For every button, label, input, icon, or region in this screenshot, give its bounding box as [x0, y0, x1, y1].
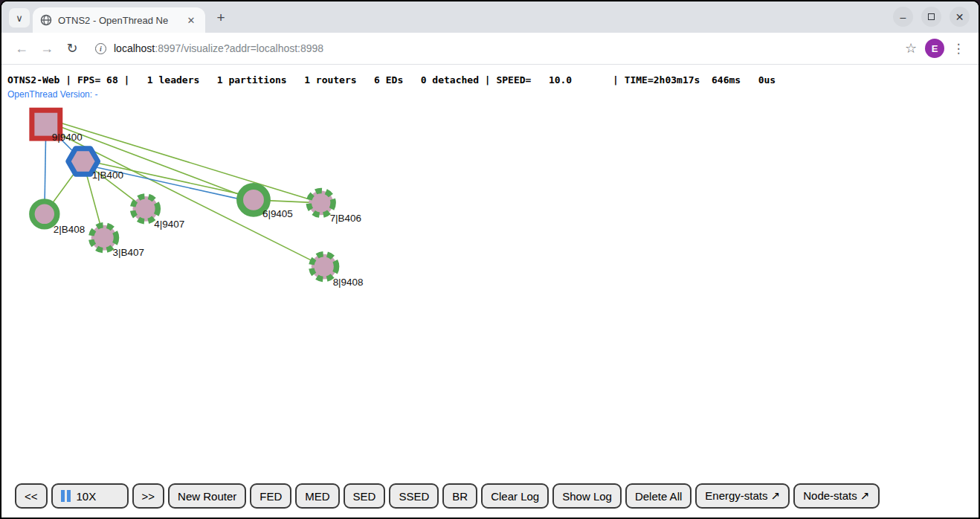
tab-search-chevron-icon[interactable]: ∨ [9, 8, 30, 28]
node-label-2|B408: 2|B408 [54, 224, 85, 235]
address-bar[interactable]: i localhost:8997/visualize?addr=localhos… [86, 36, 897, 60]
browser-window: ∨ OTNS2 - OpenThread Ne ✕ + – ✕ ← → ↻ i … [0, 0, 980, 519]
show-log-label: Show Log [562, 490, 612, 503]
edge-1-6 [83, 160, 254, 197]
close-button[interactable]: ✕ [950, 7, 970, 27]
bookmark-star-icon[interactable]: ☆ [900, 37, 922, 59]
br-label: BR [452, 490, 468, 503]
globe-icon [40, 14, 52, 26]
med-label: MED [305, 490, 329, 503]
window-controls: – ✕ [893, 7, 970, 27]
new-router-label: New Router [178, 490, 236, 503]
browser-toolbar: ← → ↻ i localhost:8997/visualize?addr=lo… [1, 33, 979, 65]
maximize-button[interactable] [921, 7, 941, 27]
node-9|9400[interactable] [32, 110, 60, 138]
step-back-button[interactable]: << [15, 483, 48, 509]
node-stats-label: Node-stats ↗ [803, 489, 869, 503]
node-3|B407[interactable] [91, 225, 117, 251]
tab-close-icon[interactable]: ✕ [184, 13, 198, 27]
simulator-status-line: OTNS2-Web | FPS= 68 | 1 leaders 1 partit… [7, 74, 776, 86]
br-button[interactable]: BR [442, 483, 477, 509]
node-label-1|B400: 1|B400 [92, 170, 123, 181]
browser-tab[interactable]: OTNS2 - OpenThread Ne ✕ [33, 7, 205, 33]
ssed-button[interactable]: SSED [389, 483, 439, 509]
node-6|9405[interactable] [240, 186, 268, 213]
node-label-8|9408: 8|9408 [333, 277, 364, 288]
minimize-button[interactable]: – [893, 7, 913, 27]
node-1|B400[interactable] [68, 149, 98, 175]
edge-1-6 [83, 164, 254, 202]
node-stats-button[interactable]: Node-stats ↗ [793, 483, 879, 509]
node-7|B406[interactable] [309, 190, 333, 215]
openthread-version-label: OpenThread Version: - [7, 89, 97, 100]
site-info-icon[interactable]: i [95, 43, 106, 54]
url-host: localhost [114, 42, 155, 54]
energy-stats-button[interactable]: Energy-stats ↗ [695, 483, 790, 509]
node-8|9408[interactable] [312, 254, 337, 280]
clear-log-button[interactable]: Clear Log [481, 483, 549, 509]
simulator-action-bar: <<10X>>New RouterFEDMEDSEDSSEDBRClear Lo… [15, 483, 880, 509]
node-label-3|B407: 3|B407 [113, 247, 144, 258]
tab-strip: ∨ OTNS2 - OpenThread Ne ✕ + – ✕ [1, 1, 979, 33]
new-router-button[interactable]: New Router [168, 483, 246, 509]
energy-stats-label: Energy-stats ↗ [705, 489, 780, 503]
node-label-7|B406: 7|B406 [330, 213, 361, 224]
step-forward-label: >> [142, 490, 155, 503]
node-2|B408[interactable] [32, 202, 57, 227]
tab-title: OTNS2 - OpenThread Ne [58, 15, 178, 26]
url-text: localhost:8997/visualize?addr=localhost:… [114, 42, 323, 54]
node-4|9407[interactable] [132, 196, 158, 222]
med-button[interactable]: MED [295, 483, 339, 509]
delete-all-button[interactable]: Delete All [625, 483, 692, 509]
fed-label: FED [259, 490, 282, 503]
sed-label: SED [353, 490, 376, 503]
show-log-button[interactable]: Show Log [552, 483, 622, 509]
back-icon[interactable]: ← [10, 37, 33, 59]
speed-label: 10X [77, 490, 97, 503]
node-label-4|9407: 4|9407 [154, 219, 184, 230]
fed-button[interactable]: FED [250, 483, 291, 509]
clear-log-label: Clear Log [491, 490, 539, 503]
speed-button[interactable]: 10X [51, 483, 129, 509]
profile-avatar[interactable]: E [925, 39, 944, 58]
new-tab-button[interactable]: + [211, 8, 231, 28]
sed-button[interactable]: SED [344, 483, 386, 509]
page-content: OTNS2-Web | FPS= 68 | 1 leaders 1 partit… [1, 65, 979, 518]
network-canvas: 9|94001|B4002|B4083|B4074|94076|94057|B4… [1, 65, 979, 518]
step-forward-button[interactable]: >> [132, 483, 165, 509]
forward-icon[interactable]: → [36, 37, 58, 59]
url-path: :8997/visualize?addr=localhost:8998 [155, 42, 323, 54]
step-back-label: << [25, 490, 38, 503]
pause-icon [61, 490, 71, 502]
browser-menu-icon[interactable]: ⋮ [947, 37, 970, 59]
delete-all-label: Delete All [635, 490, 682, 503]
reload-icon[interactable]: ↻ [61, 37, 83, 59]
ssed-label: SSED [399, 490, 429, 503]
